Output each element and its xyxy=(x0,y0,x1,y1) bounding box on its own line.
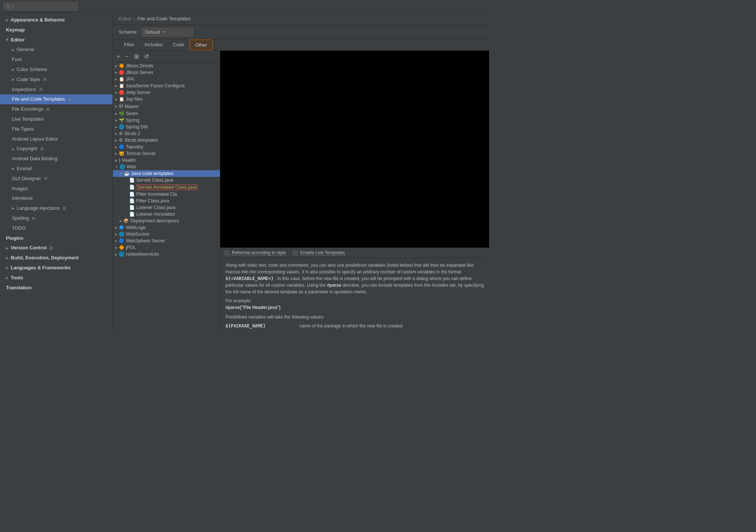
sidebar-item-translation[interactable]: Translation xyxy=(0,283,113,293)
sidebar-item-lang-injections[interactable]: ▶Language Injections⊞ xyxy=(0,203,113,213)
tree-item-struts2[interactable]: ▶⚙Struts 2 xyxy=(113,130,220,137)
settings-sidebar: ▶Appearance & BehaviorKeymap▶Editor▶Gene… xyxy=(0,13,113,333)
sidebar-item-general[interactable]: ▶General xyxy=(0,45,113,55)
tree-item-servlet-annotated[interactable]: 📄Servlet Annotated Class.java xyxy=(113,183,220,191)
tree-item-deployment-descriptors[interactable]: ▶📦Deployment descriptors xyxy=(113,218,220,224)
tree-item-filter-annotated[interactable]: 📄Filter Annotated Cla xyxy=(113,191,220,198)
tree-item-vaadin[interactable]: ▶}Vaadin xyxy=(113,157,220,164)
sidebar-item-code-style[interactable]: ▶Code Style⊞ xyxy=(0,75,113,85)
sidebar-item-editor[interactable]: ▶Editor xyxy=(0,35,113,45)
sidebar-label-plugins: Plugins xyxy=(6,235,23,242)
top-search-bar: Q ▾ xyxy=(0,0,489,13)
variable-row: ${PACKAGE_NAME} name of the package in w… xyxy=(225,323,484,329)
sidebar-item-spelling[interactable]: Spelling⊞ xyxy=(0,213,113,223)
sidebar-item-live-templates[interactable]: Live Templates xyxy=(0,114,113,124)
tree-item-weblogic[interactable]: ▶🔷WebLogic xyxy=(113,224,220,231)
tree-item-seam[interactable]: ▶🌿Seam xyxy=(113,110,220,117)
description-intro: Along with static text, code and comment… xyxy=(225,263,474,275)
tree-item-servlet-class[interactable]: 📄Servlet Class.java xyxy=(113,177,220,183)
sidebar-item-appearance[interactable]: ▶Appearance & Behavior xyxy=(0,15,113,25)
sidebar-item-images[interactable]: Images xyxy=(0,184,113,194)
sidebar-item-color-scheme[interactable]: ▶Color Scheme xyxy=(0,65,113,75)
breadcrumb-separator: › xyxy=(134,16,135,21)
sidebar-item-copyright[interactable]: ▶Copyright⊞ xyxy=(0,144,113,154)
sidebar-item-keymap[interactable]: Keymap xyxy=(0,25,113,35)
tree-triangle-jboss-server: ▶ xyxy=(115,71,117,74)
sidebar-item-android-layout[interactable]: Android Layout Editor xyxy=(0,134,113,144)
tree-triangle-java-code-templates: ▼ xyxy=(120,172,123,175)
sidebar-label-editor: Editor xyxy=(11,36,25,44)
remove-template-button[interactable]: − xyxy=(124,53,130,61)
tree-item-listener-class[interactable]: 📄Listener Class.java xyxy=(113,204,220,211)
tab-includes[interactable]: Includes xyxy=(139,40,167,50)
tree-item-label-tomcat-server: Tomcat Server xyxy=(126,151,156,156)
parse-desc: directive, you can include templates fro… xyxy=(342,283,430,288)
reset-template-button[interactable]: ↺ xyxy=(143,52,150,61)
sidebar-label-todo: TODO xyxy=(12,225,26,232)
tree-item-tomcat-server[interactable]: ▶🐱Tomcat Server xyxy=(113,150,220,157)
tree-item-label-filter-annotated: Filter Annotated Cla xyxy=(136,192,177,197)
tree-item-spring-dm[interactable]: ▶🌐Spring DM xyxy=(113,124,220,130)
sidebar-label-file-encodings: File Encodings xyxy=(12,105,43,113)
sidebar-item-file-types[interactable]: File Types xyxy=(0,124,113,134)
tree-item-restwebservices[interactable]: ▶🌐restwebservices xyxy=(113,251,220,257)
tree-item-jpdl[interactable]: ▶🔶jPDL xyxy=(113,244,220,251)
sidebar-item-emmet[interactable]: ▶Emmet xyxy=(0,164,113,174)
live-templates-checkbox[interactable] xyxy=(293,250,298,255)
tree-item-maven[interactable]: ▶ⓂMaven xyxy=(113,102,220,110)
tree-item-java-code-templates[interactable]: ▼☕Java code templates xyxy=(113,170,220,177)
sidebar-item-todo[interactable]: TODO xyxy=(0,223,113,233)
tab-code[interactable]: Code xyxy=(168,40,190,50)
tree-item-jsp-files[interactable]: ▶📋Jsp files xyxy=(113,96,220,102)
sidebar-label-intentions: Intentions xyxy=(12,195,33,202)
sidebar-item-intentions[interactable]: Intentions xyxy=(0,193,113,203)
tree-item-icon-deployment-descriptors: 📦 xyxy=(123,218,129,223)
tree-item-icon-seam: 🌿 xyxy=(119,111,124,116)
search-input[interactable]: Q ▾ xyxy=(4,2,78,10)
scheme-dropdown[interactable]: Default ▼ xyxy=(141,28,193,36)
sidebar-item-gui-designer[interactable]: GUI Designer⊞ xyxy=(0,174,113,184)
tree-item-icon-jsp-files: 📋 xyxy=(119,97,124,102)
tree-item-filter-class[interactable]: 📄Filter Class.java xyxy=(113,198,220,204)
sidebar-item-version-control[interactable]: ▶Version Control⊞ xyxy=(0,243,113,253)
breadcrumb: Editor › File and Code Templates xyxy=(113,13,489,25)
tree-item-web[interactable]: ▼🌐Web xyxy=(113,164,220,170)
sidebar-item-font[interactable]: Font xyxy=(0,55,113,65)
tree-item-label-weblogic: WebLogic xyxy=(126,225,146,230)
reformat-checkbox[interactable] xyxy=(225,250,230,255)
expand-triangle-color-scheme: ▶ xyxy=(12,67,14,72)
expand-triangle-editor: ▶ xyxy=(4,38,10,41)
tree-item-jpa[interactable]: ▶📋JPA xyxy=(113,76,220,83)
tab-files[interactable]: Files xyxy=(119,40,139,50)
tree-item-websocket[interactable]: ▶🌐WebSocket xyxy=(113,231,220,238)
tree-item-label-seam: Seam xyxy=(126,111,138,116)
sidebar-label-font: Font xyxy=(12,56,21,64)
sidebar-item-file-code-templates[interactable]: File and Code Templates⊞ xyxy=(0,94,113,104)
code-editor[interactable] xyxy=(220,51,489,248)
tree-item-label-filter-class: Filter Class.java xyxy=(136,198,169,203)
sidebar-item-languages-frameworks[interactable]: ▶Languages & Frameworks xyxy=(0,263,113,273)
tree-triangle-deployment-descriptors: ▶ xyxy=(120,219,122,223)
copy-template-button[interactable]: ⊞ xyxy=(133,52,140,61)
sidebar-item-plugins[interactable]: Plugins xyxy=(0,233,113,243)
tree-item-spring[interactable]: ▶🌱Spring xyxy=(113,117,220,124)
tree-item-javaserver-faces[interactable]: ▶📋JavaServer Faces Configura xyxy=(113,83,220,89)
tree-item-struts-templates[interactable]: ▶⚙Struts templates xyxy=(113,137,220,144)
expand-triangle-tools: ▶ xyxy=(6,275,9,280)
tree-item-jboss-drools[interactable]: ▶🔶JBoss Drools xyxy=(113,63,220,69)
tree-item-label-websocket: WebSocket xyxy=(126,232,150,237)
expand-triangle-copyright: ▶ xyxy=(12,147,14,152)
sidebar-item-inspections[interactable]: Inspections⊞ xyxy=(0,85,113,95)
sidebar-item-android-data[interactable]: Android Data Binding xyxy=(0,154,113,164)
tree-item-websphere-server[interactable]: ▶🔵WebSphere Server xyxy=(113,238,220,244)
tree-item-tapestry[interactable]: ▶🔵Tapestry xyxy=(113,144,220,150)
sidebar-item-tools[interactable]: ▶Tools xyxy=(0,273,113,283)
add-template-button[interactable]: + xyxy=(115,53,121,61)
sidebar-item-file-encodings[interactable]: File Encodings⊞ xyxy=(0,104,113,114)
breadcrumb-current: File and Code Templates xyxy=(137,16,191,21)
sidebar-item-build-execution[interactable]: ▶Build, Execution, Deployment xyxy=(0,253,113,263)
tree-item-jboss-server[interactable]: ▶🔴JBoss Server xyxy=(113,69,220,76)
tree-item-listener-annotated[interactable]: 📄Listener Annotated xyxy=(113,211,220,218)
tree-item-jetty-server[interactable]: ▶🔴Jetty Server xyxy=(113,89,220,96)
tab-other[interactable]: Other xyxy=(190,40,213,50)
